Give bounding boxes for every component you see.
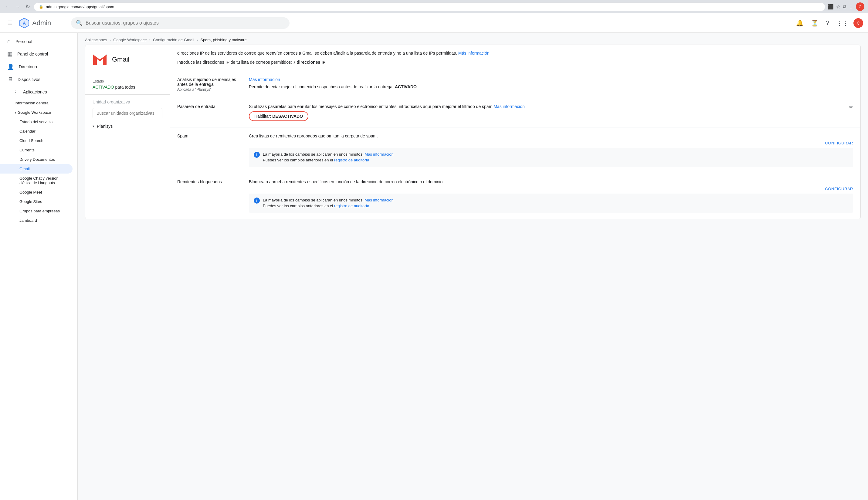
sidebar-item-dispositivos[interactable]: 🖥 Dispositivos (0, 73, 72, 86)
sidebar-item-info-general[interactable]: Información general (0, 98, 72, 108)
header-profile-avatar[interactable]: C (854, 18, 863, 28)
breadcrumb-current: Spam, phishing y malware (200, 38, 246, 42)
sidebar-item-google-workspace[interactable]: ▾ Google Workspace (0, 108, 72, 117)
notifications-button[interactable]: 🔔 (794, 17, 806, 29)
sidebar-item-meet[interactable]: Google Meet (0, 188, 72, 197)
pasarela-mas-info-link[interactable]: Más información (494, 104, 525, 109)
analisis-row: Análisis mejorado de mensajes antes de l… (170, 71, 860, 98)
content-area: Aplicaciones › Google Workspace › Config… (78, 33, 868, 500)
help-button[interactable]: ? (823, 17, 832, 29)
url-text: admin.google.com/ac/apps/gmail/spam (46, 4, 114, 9)
apps-icon: ⋮⋮ (7, 89, 18, 95)
hamburger-button[interactable]: ☰ (5, 17, 15, 29)
sidebar-item-calendar[interactable]: Calendar (0, 126, 72, 136)
sidebar-label-cloud-search: Cloud Search (20, 138, 43, 143)
sidebar-item-sites[interactable]: Google Sites (0, 197, 72, 206)
menu-button[interactable]: ⋮ (848, 4, 854, 10)
remitentes-configurar-button[interactable]: CONFIGURAR (249, 186, 853, 191)
address-bar[interactable]: 🔒 admin.google.com/ac/apps/gmail/spam (34, 2, 825, 11)
spam-info-note: i La mayoría de los cambios se aplicarán… (249, 148, 853, 167)
home-icon: ⌂ (7, 38, 11, 45)
sidebar-label-directorio: Directorio (19, 64, 37, 69)
sidebar-item-personal[interactable]: ⌂ Personal (0, 35, 72, 48)
org-tree-item[interactable]: ▾ Planisys (92, 122, 162, 130)
spam-label: Spam (177, 134, 244, 167)
sidebar-label-info-general: Información general (14, 101, 49, 105)
analisis-mas-info-link[interactable]: Más información (249, 77, 280, 82)
org-unit-label: Unidad organizativa (92, 100, 162, 104)
habilitar-value: DESACTIVADO (272, 114, 303, 118)
search-input[interactable] (86, 20, 285, 26)
sidebar-label-drive-docs: Drive y Documentos (20, 157, 55, 162)
dashboard-icon: ▦ (7, 51, 12, 57)
pasarela-row: Pasarela de entrada ✏ Si utilizas pasare… (170, 98, 860, 127)
sidebar-item-directorio[interactable]: 👤 Directorio (0, 60, 72, 73)
top-info-text: direcciones IP de los servidores de corr… (177, 50, 853, 56)
remitentes-inner: Remitentes bloqueados Bloquea o aprueba … (177, 179, 853, 213)
right-panel: direcciones IP de los servidores de corr… (170, 45, 861, 219)
breadcrumb-gmail-config[interactable]: Configuración de Gmail (153, 38, 194, 42)
sidebar-label-chat: Google Chat y versión clásica de Hangout… (20, 176, 65, 185)
reload-button[interactable]: ↻ (24, 2, 31, 11)
remitentes-content: Bloquea o aprueba remitentes específicos… (249, 179, 853, 213)
bookmark-button[interactable]: ☆ (836, 4, 841, 10)
spam-description: Crea listas de remitentes aprobados que … (249, 134, 853, 138)
remitentes-info-text: La mayoría de los cambios se aplicarán e… (263, 197, 394, 209)
remitentes-info-note: i La mayoría de los cambios se aplicarán… (249, 194, 853, 213)
back-button[interactable]: ← (4, 2, 12, 11)
org-search[interactable] (92, 108, 162, 118)
spam-audit-link[interactable]: registro de auditoría (334, 158, 369, 162)
org-search-input[interactable] (97, 111, 158, 116)
pasarela-content: ✏ Si utilizas pasarelas para enrutar los… (249, 104, 853, 121)
search-icon: 🔍 (76, 20, 82, 26)
sidebar-item-estado-servicio[interactable]: Estado del servicio (0, 117, 72, 126)
mas-informacion-link-top[interactable]: Más información (458, 51, 489, 56)
breadcrumb-workspace[interactable]: Google Workspace (113, 38, 147, 42)
timer-button[interactable]: ⏳ (809, 17, 821, 29)
sidebar-label-calendar: Calendar (20, 129, 35, 134)
sidebar-item-jamboard[interactable]: Jamboard (0, 216, 72, 225)
sidebar-item-grupos[interactable]: Grupos para empresas (0, 206, 72, 216)
sidebar-label-aplicaciones: Aplicaciones (23, 90, 47, 94)
sidebar-item-panel[interactable]: ▦ Panel de control (0, 48, 72, 60)
forward-button[interactable]: → (14, 2, 22, 11)
apps-grid-button[interactable]: ⋮⋮ (834, 17, 851, 29)
analisis-main-label: Análisis mejorado de mensajes antes de l… (177, 77, 244, 87)
org-tree-label: Planisys (97, 124, 113, 129)
extension-button[interactable]: ⧉ (843, 4, 846, 9)
remitentes-mas-info-link[interactable]: Más información (364, 198, 393, 202)
analisis-content: Más información Permite detectar mejor e… (249, 77, 853, 92)
sidebar-item-aplicaciones[interactable]: ⋮⋮ Aplicaciones (0, 86, 72, 98)
search-bar[interactable]: 🔍 (71, 17, 290, 29)
breadcrumb-sep-1: › (110, 38, 111, 42)
spam-info-text: La mayoría de los cambios se aplicarán e… (263, 151, 394, 163)
breadcrumb-aplicaciones[interactable]: Aplicaciones (85, 38, 107, 42)
sidebar-item-chat[interactable]: Google Chat y versión clásica de Hangout… (0, 173, 72, 188)
sidebar-label-dispositivos: Dispositivos (18, 77, 41, 82)
spam-mas-info-link[interactable]: Más información (364, 152, 393, 157)
svg-text:A: A (23, 21, 26, 25)
google-admin-logo: A (19, 18, 30, 29)
habilitar-badge: Habilitar: DESACTIVADO (249, 111, 308, 121)
spam-configurar-button[interactable]: CONFIGURAR (249, 141, 853, 145)
ip-info-text: Introduce las direcciones IP de tu lista… (177, 59, 853, 66)
sidebar-label-jamboard: Jamboard (20, 218, 37, 223)
cast-button[interactable]: ⬛ (827, 4, 834, 10)
sidebar-label-sites: Google Sites (20, 199, 42, 204)
header-actions: 🔔 ⏳ ? ⋮⋮ C (794, 17, 863, 29)
remitentes-audit-link[interactable]: registro de auditoría (334, 204, 369, 208)
sidebar-item-gmail[interactable]: Gmail (0, 164, 72, 173)
browser-actions: ⬛ ☆ ⧉ ⋮ C (827, 2, 864, 11)
analisis-description: Permite detectar mejor el contenido sosp… (249, 84, 853, 89)
sidebar-label-meet: Google Meet (20, 190, 42, 194)
pasarela-label: Pasarela de entrada (177, 104, 244, 121)
status-for-label: para todos (115, 84, 135, 90)
analisis-inner: Análisis mejorado de mensajes antes de l… (177, 77, 853, 92)
analisis-status-value: ACTIVADO (395, 84, 417, 89)
browser-profile-avatar[interactable]: C (856, 2, 864, 11)
panel-layout: Gmail Estado ACTIVADO para todos Unidad … (78, 45, 868, 227)
sidebar-item-cloud-search[interactable]: Cloud Search (0, 136, 72, 145)
sidebar-item-drive-docs[interactable]: Drive y Documentos (0, 155, 72, 164)
pasarela-edit-button[interactable]: ✏ (849, 104, 853, 110)
sidebar-item-currents[interactable]: Currents (0, 145, 72, 155)
